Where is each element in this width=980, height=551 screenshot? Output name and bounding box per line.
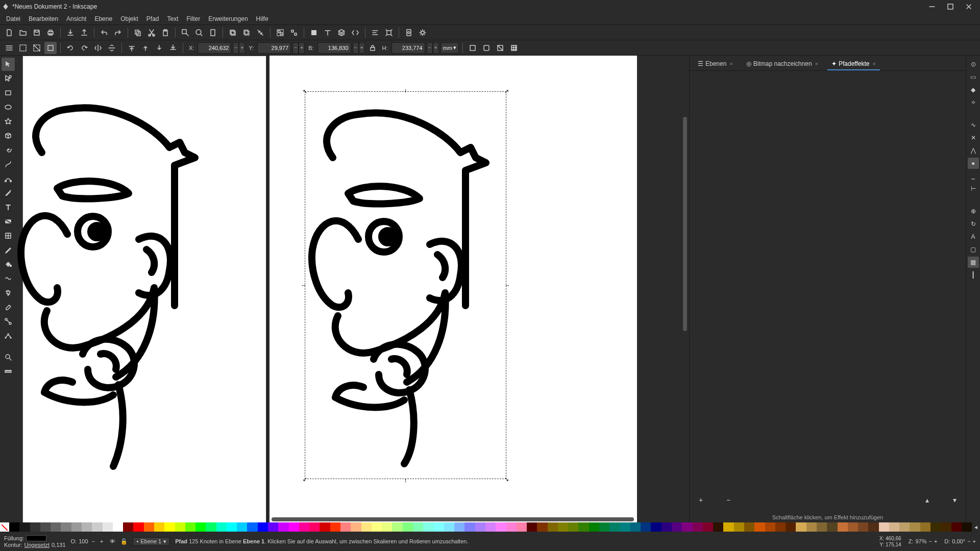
color-swatch[interactable] xyxy=(185,522,195,532)
zoom-drawing-button[interactable] xyxy=(193,27,205,39)
pencil-tool[interactable] xyxy=(2,158,15,171)
x-input[interactable] xyxy=(198,42,231,54)
select-all-layers-button[interactable] xyxy=(3,42,15,54)
snap-grid-icon[interactable]: ▦ xyxy=(968,257,979,268)
cut-button[interactable] xyxy=(145,27,158,39)
menu-path[interactable]: Pfad xyxy=(142,14,163,24)
color-swatch[interactable] xyxy=(693,522,703,532)
connector-tool[interactable] xyxy=(2,315,15,328)
paint-bucket-tool[interactable] xyxy=(2,258,15,271)
rotation-dec-button[interactable]: − xyxy=(967,538,970,544)
lpe-down-button[interactable]: ▾ xyxy=(948,496,961,504)
mesh-tool[interactable] xyxy=(2,229,15,242)
color-swatch[interactable] xyxy=(40,522,51,532)
color-swatch[interactable] xyxy=(309,522,320,532)
menu-edit[interactable]: Bearbeiten xyxy=(24,14,62,24)
color-swatch[interactable] xyxy=(9,522,19,532)
snap-bbox-icon[interactable]: ▭ xyxy=(968,71,979,83)
fill-stroke-dialog-button[interactable] xyxy=(308,27,320,39)
color-swatch[interactable] xyxy=(630,522,641,532)
layer-lock-icon[interactable]: 🔓 xyxy=(120,538,128,545)
menu-extensions[interactable]: Erweiterungen xyxy=(204,14,252,24)
color-swatch[interactable] xyxy=(258,522,268,532)
color-swatch[interactable] xyxy=(216,522,227,532)
snap-smooth-icon[interactable]: ● xyxy=(968,158,979,169)
color-swatch[interactable] xyxy=(289,522,299,532)
close-button[interactable] xyxy=(960,0,978,13)
resize-handle-sw[interactable]: ↙ xyxy=(302,477,307,482)
color-swatch[interactable] xyxy=(858,522,868,532)
raise-button[interactable] xyxy=(139,42,152,54)
color-swatch[interactable] xyxy=(227,522,237,532)
resize-handle-ne[interactable]: ↗ xyxy=(504,89,509,94)
flip-vertical-button[interactable] xyxy=(106,42,118,54)
measure-tool[interactable] xyxy=(2,365,15,378)
color-swatch[interactable] xyxy=(61,522,71,532)
menu-text[interactable]: Text xyxy=(163,14,183,24)
resize-handle-w[interactable]: ↔ xyxy=(301,283,306,288)
opacity-decrement[interactable]: − xyxy=(90,538,96,544)
color-swatch[interactable] xyxy=(713,522,723,532)
color-swatch[interactable] xyxy=(920,522,930,532)
color-swatch[interactable] xyxy=(744,522,754,532)
color-swatch[interactable] xyxy=(71,522,82,532)
height-input[interactable] xyxy=(391,42,425,54)
snap-midpoint-icon[interactable]: ⊢ xyxy=(968,183,979,194)
tweak-tool[interactable] xyxy=(2,272,15,285)
color-swatch[interactable] xyxy=(930,522,941,532)
save-button[interactable] xyxy=(31,27,43,39)
color-swatch[interactable] xyxy=(506,522,517,532)
x-increment[interactable]: + xyxy=(239,42,245,54)
color-swatch[interactable] xyxy=(82,522,92,532)
zoom-out-button[interactable]: − xyxy=(928,538,932,544)
color-swatch[interactable] xyxy=(278,522,288,532)
color-swatch[interactable] xyxy=(682,522,692,532)
lpe-tool[interactable] xyxy=(2,329,15,342)
resize-handle-e[interactable]: ↔ xyxy=(505,283,510,288)
canvas-scrollbar-horizontal[interactable] xyxy=(16,516,689,522)
fill-swatch[interactable] xyxy=(26,535,46,541)
paste-button[interactable] xyxy=(159,27,172,39)
x-decrement[interactable]: − xyxy=(233,42,239,54)
color-swatch[interactable] xyxy=(164,522,175,532)
flip-horizontal-button[interactable] xyxy=(92,42,104,54)
height-decrement[interactable]: − xyxy=(427,42,433,54)
copy-button[interactable] xyxy=(132,27,144,39)
color-swatch[interactable] xyxy=(548,522,558,532)
snap-center-icon[interactable]: ⊕ xyxy=(968,206,979,217)
lower-button[interactable] xyxy=(153,42,165,54)
color-swatch[interactable] xyxy=(672,522,682,532)
color-swatch[interactable] xyxy=(444,522,454,532)
color-swatch[interactable] xyxy=(340,522,351,532)
color-swatch[interactable] xyxy=(413,522,423,532)
color-swatch[interactable] xyxy=(734,522,744,532)
color-swatch[interactable] xyxy=(103,522,113,532)
color-swatch[interactable] xyxy=(527,522,537,532)
resize-handle-nw[interactable]: ↖ xyxy=(302,89,307,94)
snap-line-icon[interactable]: ⎯ xyxy=(968,170,979,182)
y-decrement[interactable]: − xyxy=(292,42,299,54)
palette-menu-button[interactable]: ◂ xyxy=(972,522,980,532)
raise-top-button[interactable] xyxy=(126,42,138,54)
transform-dialog-button[interactable] xyxy=(383,27,395,39)
zoom-in-button[interactable]: + xyxy=(934,538,937,544)
color-swatch[interactable] xyxy=(175,522,185,532)
color-swatch[interactable] xyxy=(651,522,661,532)
color-swatch[interactable] xyxy=(434,522,444,532)
color-swatch[interactable] xyxy=(423,522,433,532)
gradient-tool[interactable] xyxy=(2,215,15,228)
opacity-increment[interactable]: + xyxy=(99,538,105,544)
eraser-tool[interactable] xyxy=(2,300,15,314)
color-swatch[interactable] xyxy=(827,522,837,532)
lpe-add-button[interactable]: + xyxy=(695,496,707,504)
tab-close-icon[interactable]: × xyxy=(728,61,732,67)
color-swatch[interactable] xyxy=(464,522,475,532)
color-swatch[interactable] xyxy=(382,522,392,532)
color-swatch[interactable] xyxy=(817,522,827,532)
color-swatch[interactable] xyxy=(806,522,817,532)
color-swatch[interactable] xyxy=(247,522,257,532)
layers-dialog-button[interactable] xyxy=(335,27,348,39)
color-swatch[interactable] xyxy=(299,522,309,532)
unit-selector[interactable]: mm▾ xyxy=(440,42,459,54)
color-swatch[interactable] xyxy=(723,522,733,532)
